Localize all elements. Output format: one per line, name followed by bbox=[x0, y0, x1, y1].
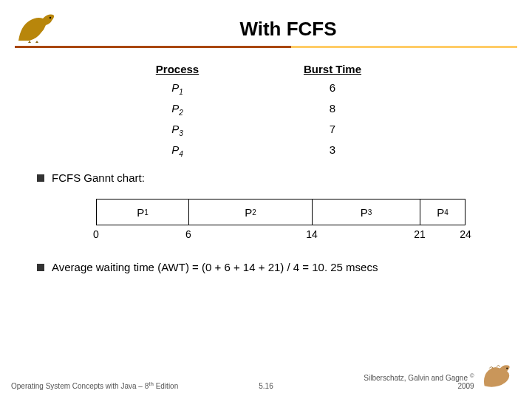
table-row: P2 8 bbox=[111, 102, 421, 117]
footer-page-number: 5.16 bbox=[181, 382, 351, 390]
copyright-text: Silberschatz, Galvin and Gagne © 2009 bbox=[351, 372, 474, 390]
svg-point-0 bbox=[50, 17, 51, 18]
square-bullet-icon bbox=[37, 174, 44, 182]
header-process: Process bbox=[111, 63, 244, 75]
tick-label: 0 bbox=[93, 228, 99, 240]
process-cell: P4 bbox=[111, 143, 244, 158]
process-cell: P3 bbox=[111, 123, 244, 137]
burst-cell: 8 bbox=[244, 102, 421, 117]
footer-right: Silberschatz, Galvin and Gagne © 2009 bbox=[351, 361, 521, 390]
process-table: Process Burst Time P1 6 P2 8 P3 7 P4 3 bbox=[111, 63, 421, 158]
awt-text: Average waiting time (AWT) = (0 + 6 + 14… bbox=[52, 261, 378, 273]
footer-left: Operating System Concepts with Java – 8t… bbox=[11, 381, 181, 390]
gantt-segment: P1 bbox=[96, 199, 188, 225]
tick-label: 6 bbox=[185, 228, 191, 240]
header-burst: Burst Time bbox=[244, 63, 421, 75]
burst-cell: 7 bbox=[244, 123, 421, 137]
square-bullet-icon bbox=[37, 264, 44, 271]
burst-cell: 3 bbox=[244, 143, 421, 158]
burst-cell: 6 bbox=[244, 81, 421, 96]
gantt-segment: P3 bbox=[312, 199, 420, 225]
gantt-ticks: 0 6 14 21 24 bbox=[96, 225, 466, 240]
gantt-bar: P1 P2 P3 P4 bbox=[96, 199, 466, 225]
gantt-segment: P2 bbox=[188, 199, 312, 225]
process-cell: P2 bbox=[111, 102, 244, 117]
tick-label: 24 bbox=[460, 228, 471, 240]
table-row: P1 6 bbox=[111, 81, 421, 96]
table-header-row: Process Burst Time bbox=[111, 63, 421, 75]
table-row: P3 7 bbox=[111, 123, 421, 137]
tick-label: 14 bbox=[306, 228, 318, 240]
slide-content: Process Burst Time P1 6 P2 8 P3 7 P4 3 F… bbox=[0, 48, 532, 273]
gantt-label: FCFS Gannt chart: bbox=[52, 171, 145, 184]
dinosaur-left-icon bbox=[15, 7, 59, 44]
dinosaur-right-icon bbox=[479, 361, 521, 390]
svg-point-1 bbox=[506, 367, 508, 369]
gantt-chart: P1 P2 P3 P4 0 6 14 21 24 bbox=[96, 199, 466, 240]
process-cell: P1 bbox=[111, 81, 244, 96]
gantt-bullet: FCFS Gannt chart: bbox=[37, 171, 495, 184]
slide-header: With FCFS bbox=[0, 0, 532, 44]
gantt-segment: P4 bbox=[420, 199, 466, 225]
slide-footer: Operating System Concepts with Java – 8t… bbox=[0, 361, 532, 390]
slide-title: With FCFS bbox=[59, 18, 517, 44]
table-row: P4 3 bbox=[111, 143, 421, 158]
awt-bullet: Average waiting time (AWT) = (0 + 6 + 14… bbox=[37, 261, 495, 273]
tick-label: 21 bbox=[414, 228, 426, 240]
